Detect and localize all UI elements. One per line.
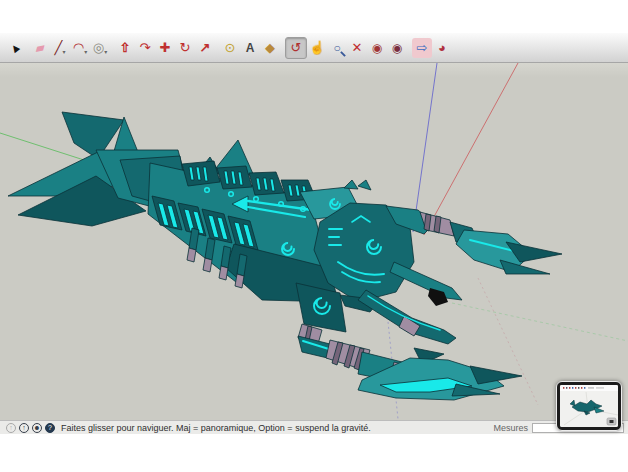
status-bar: ↑↑☻? Faites glisser pour naviguer. Maj =… <box>0 420 628 434</box>
zoom-tool-glyph: ○ <box>333 42 340 54</box>
rotate-tool[interactable]: ↻ <box>175 38 195 58</box>
shapes-tool-glyph: ◎ <box>93 41 104 54</box>
push-pull-tool[interactable]: ⇧ <box>115 38 135 58</box>
pan-tool[interactable]: ☝ <box>307 38 327 58</box>
sketchup-window: ▲▰╱▾◠▾◎▾⇧↷✚↻↗⊙A◆↺☝○✕◉◉⇨◕ <box>0 33 628 434</box>
arc-tool-glyph: ◠ <box>73 41 84 54</box>
scale-tool-glyph: ↗ <box>200 41 211 54</box>
model-credit-icon[interactable]: ↑ <box>19 423 29 433</box>
eraser-tool-glyph: ▰ <box>34 40 46 55</box>
status-hint-text: Faites glisser pour naviguer. Maj = pano… <box>61 423 371 433</box>
previous-view-tool[interactable]: ◉ <box>367 38 387 58</box>
previous-view-tool-glyph: ◉ <box>372 42 382 54</box>
measurements-label: Mesures <box>493 423 528 433</box>
pan-tool-glyph: ☝ <box>309 41 325 54</box>
model-lobster[interactable] <box>8 112 562 400</box>
text-tool-glyph: A <box>246 42 255 54</box>
next-view-tool[interactable]: ◉ <box>387 38 407 58</box>
geolocation-icon[interactable]: ↑ <box>6 423 16 433</box>
screenshot-stage: ▲▰╱▾◠▾◎▾⇧↷✚↻↗⊙A◆↺☝○✕◉◉⇨◕ <box>0 0 628 472</box>
rotate-tool-glyph: ↻ <box>180 41 191 54</box>
dropdown-caret-icon: ▾ <box>62 48 65 55</box>
send-to-layout-tool-glyph: ◕ <box>438 41 446 54</box>
dropdown-caret-icon: ▾ <box>104 48 107 55</box>
zoom-extents-tool[interactable]: ✕ <box>347 38 367 58</box>
scale-tool[interactable]: ↗ <box>195 38 215 58</box>
preview-window[interactable] <box>556 381 622 431</box>
follow-me-tool[interactable]: ↷ <box>135 38 155 58</box>
viewport-canvas[interactable] <box>0 63 628 420</box>
status-icons: ↑↑☻? <box>6 423 55 433</box>
line-tool[interactable]: ╱▾ <box>50 38 70 58</box>
account-icon[interactable]: ☻ <box>32 423 42 433</box>
select-arrow-tool[interactable]: ▲ <box>5 38 25 58</box>
follow-me-tool-glyph: ↷ <box>140 41 151 54</box>
send-to-layout-tool[interactable]: ◕ <box>432 38 452 58</box>
share-model-tool[interactable]: ⇨ <box>412 38 432 58</box>
preview-corner-badge <box>607 418 616 425</box>
orbit-tool-glyph: ↺ <box>291 41 302 54</box>
share-model-tool-glyph: ⇨ <box>417 41 428 54</box>
axis-green-dashed <box>452 303 628 341</box>
select-arrow-tool-glyph: ▲ <box>7 39 24 56</box>
move-tool-glyph: ✚ <box>160 41 171 54</box>
model-lower-claw <box>296 283 522 400</box>
paint-bucket-tool[interactable]: ◆ <box>260 38 280 58</box>
preview-screen <box>560 385 618 427</box>
move-tool[interactable]: ✚ <box>155 38 175 58</box>
tape-measure-tool-glyph: ⊙ <box>225 41 236 54</box>
eraser-tool[interactable]: ▰ <box>30 38 50 58</box>
orbit-tool[interactable]: ↺ <box>285 37 307 59</box>
paint-bucket-tool-glyph: ◆ <box>265 41 275 54</box>
push-pull-tool-glyph: ⇧ <box>120 41 131 54</box>
axis-blue <box>413 63 437 232</box>
zoom-extents-tool-glyph: ✕ <box>352 41 363 54</box>
arc-tool[interactable]: ◠▾ <box>70 38 90 58</box>
help-icon[interactable]: ? <box>45 423 55 433</box>
text-tool[interactable]: A <box>240 38 260 58</box>
dropdown-caret-icon: ▾ <box>84 48 87 55</box>
axis-red <box>424 63 518 235</box>
next-view-tool-glyph: ◉ <box>392 42 402 54</box>
shapes-tool[interactable]: ◎▾ <box>90 38 110 58</box>
line-tool-glyph: ╱ <box>55 41 63 54</box>
toolbar: ▲▰╱▾◠▾◎▾⇧↷✚↻↗⊙A◆↺☝○✕◉◉⇨◕ <box>0 33 628 63</box>
zoom-tool[interactable]: ○ <box>327 38 347 58</box>
tape-measure-tool[interactable]: ⊙ <box>220 38 240 58</box>
